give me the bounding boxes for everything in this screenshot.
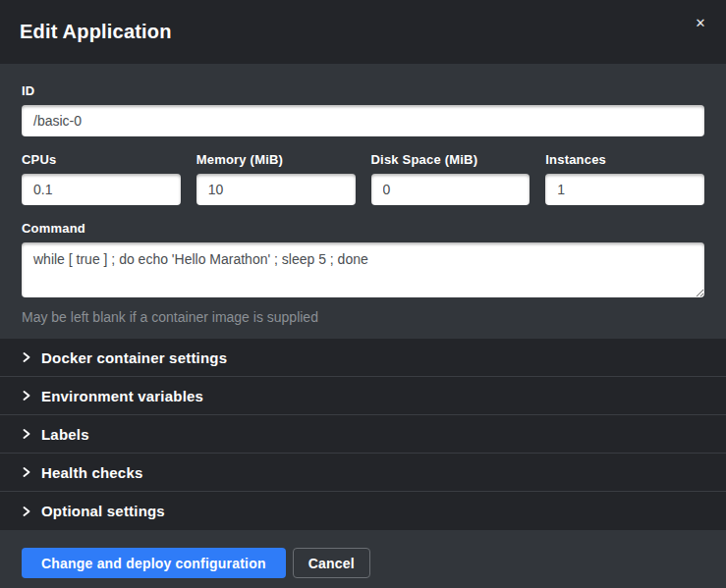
section-labels[interactable]: Labels xyxy=(0,415,726,454)
section-label: Environment variables xyxy=(41,388,203,404)
section-health-checks[interactable]: Health checks xyxy=(0,454,726,492)
id-input[interactable] xyxy=(22,105,704,136)
command-textarea[interactable]: while [ true ] ; do echo 'Hello Marathon… xyxy=(22,242,704,297)
close-icon[interactable]: ✕ xyxy=(689,12,712,35)
modal-body: ID CPUs Memory (MiB) Disk Space (MiB) In… xyxy=(0,64,726,339)
cancel-button[interactable]: Cancel xyxy=(293,548,370,578)
chevron-right-icon xyxy=(22,429,31,439)
memory-input[interactable] xyxy=(196,174,356,205)
section-label: Health checks xyxy=(41,464,142,481)
section-label: Labels xyxy=(41,426,89,443)
section-environment-variables[interactable]: Environment variables xyxy=(0,377,726,415)
chevron-right-icon xyxy=(22,507,31,516)
command-label: Command xyxy=(22,221,704,236)
instances-field-group: Instances xyxy=(545,152,704,205)
instances-label: Instances xyxy=(545,152,704,167)
cpus-input[interactable] xyxy=(22,174,181,205)
chevron-right-icon xyxy=(22,467,31,477)
id-label: ID xyxy=(22,83,704,98)
change-and-deploy-button[interactable]: Change and deploy configuration xyxy=(22,548,286,578)
chevron-right-icon xyxy=(22,391,31,401)
chevron-right-icon xyxy=(22,352,31,362)
command-help-text: May be left blank if a container image i… xyxy=(22,309,704,325)
section-docker-container-settings[interactable]: Docker container settings xyxy=(0,339,726,377)
modal-title: Edit Application xyxy=(20,21,172,43)
resources-row: CPUs Memory (MiB) Disk Space (MiB) Insta… xyxy=(22,152,704,205)
id-field-group: ID xyxy=(22,83,704,136)
command-field-group: Command while [ true ] ; do echo 'Hello … xyxy=(22,221,704,325)
cpus-field-group: CPUs xyxy=(22,152,181,205)
accordion-sections: Docker container settings Environment va… xyxy=(0,339,726,530)
cpus-label: CPUs xyxy=(22,152,181,167)
edit-application-modal: Edit Application ✕ ID CPUs Memory (MiB) … xyxy=(0,0,726,588)
memory-label: Memory (MiB) xyxy=(196,152,356,167)
modal-header: Edit Application ✕ xyxy=(0,0,726,64)
section-optional-settings[interactable]: Optional settings xyxy=(0,492,726,530)
modal-footer: Change and deploy configuration Cancel xyxy=(0,530,726,588)
section-label: Optional settings xyxy=(41,503,165,519)
memory-field-group: Memory (MiB) xyxy=(196,152,356,205)
disk-field-group: Disk Space (MiB) xyxy=(371,152,531,205)
disk-label: Disk Space (MiB) xyxy=(371,152,531,167)
disk-input[interactable] xyxy=(371,174,531,205)
instances-input[interactable] xyxy=(545,174,704,205)
section-label: Docker container settings xyxy=(41,349,227,366)
